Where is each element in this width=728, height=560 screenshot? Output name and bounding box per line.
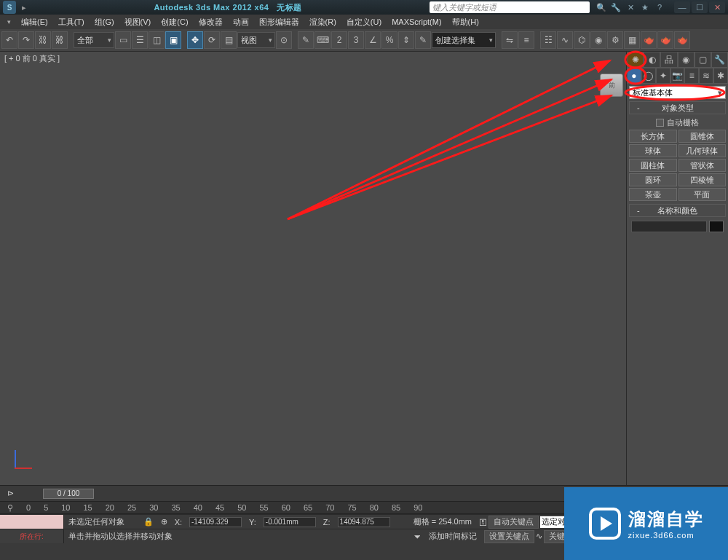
close-button[interactable]: ✕ <box>709 1 725 13</box>
btn-cone[interactable]: 圆锥体 <box>678 130 727 143</box>
btn-tube[interactable]: 管状体 <box>678 159 727 172</box>
app-menu-dropdown[interactable]: ▾ <box>3 17 15 27</box>
maximize-button[interactable]: ☐ <box>692 1 708 13</box>
trackbar-config-icon[interactable]: ⚲ <box>7 503 13 513</box>
menu-help[interactable]: 帮助(H) <box>448 15 483 29</box>
cat-cameras[interactable]: 📷 <box>670 68 685 84</box>
select-region-button[interactable]: ◫ <box>149 31 165 49</box>
tab-utilities[interactable]: 🔧 <box>711 52 728 68</box>
coord-x[interactable]: -14109.329 <box>189 517 242 527</box>
lock-icon[interactable]: 🔒 <box>143 517 154 527</box>
menu-views[interactable]: 视图(V) <box>120 15 156 29</box>
btn-geosphere[interactable]: 几何球体 <box>678 144 727 157</box>
key-icon-status[interactable]: ⚿ <box>479 518 487 527</box>
schematic-view-button[interactable]: ⌬ <box>574 31 590 49</box>
time-tag-icon[interactable]: ⏷ <box>414 532 422 541</box>
search-icon[interactable]: 🔍 <box>596 1 607 13</box>
time-slider-handle[interactable]: 0 / 100 <box>43 489 94 499</box>
link-button[interactable]: ⛓ <box>35 31 51 49</box>
menu-tools[interactable]: 工具(T) <box>54 15 89 29</box>
key-icon[interactable]: 🔧 <box>610 1 622 13</box>
redo-button[interactable]: ↷ <box>18 31 34 49</box>
tab-motion[interactable]: ◉ <box>678 52 695 68</box>
object-name-input[interactable] <box>631 221 707 232</box>
menu-maxscript[interactable]: MAXScript(M) <box>387 16 446 28</box>
viewport[interactable]: [ + 0 前 0 真实 ] 前 <box>0 52 626 485</box>
snap-toggle-3d[interactable]: 3 <box>348 31 364 49</box>
mirror-button[interactable]: ⇋ <box>502 31 518 49</box>
coord-y[interactable]: -0.001mm <box>264 517 316 527</box>
percent-snap-button[interactable]: % <box>381 31 397 49</box>
rollout-object-type[interactable]: 对象类型 <box>629 101 726 114</box>
rendered-frame-button[interactable]: ▦ <box>624 31 640 49</box>
ref-coord-system[interactable]: 视图 <box>237 32 275 48</box>
use-pivot-center-button[interactable]: ⊙ <box>276 31 292 49</box>
view-cube[interactable]: 前 <box>600 74 623 97</box>
cat-spacewarps[interactable]: ≋ <box>699 68 713 84</box>
primitive-category-dropdown[interactable]: 标准基本体 <box>629 86 726 99</box>
btn-torus[interactable]: 圆环 <box>629 173 677 186</box>
btn-teapot[interactable]: 茶壶 <box>629 188 677 201</box>
coord-z[interactable]: 14094.875 <box>338 517 390 527</box>
help-icon[interactable]: ? <box>654 1 665 13</box>
curve-editor-button[interactable]: ∿ <box>557 31 573 49</box>
cat-systems[interactable]: ✱ <box>713 68 728 84</box>
object-color-swatch[interactable] <box>709 221 724 232</box>
unlink-button[interactable]: ⛓̸ <box>52 31 68 49</box>
rollout-name-color[interactable]: 名称和颜色 <box>629 204 726 217</box>
edit-named-sel-button[interactable]: ✎ <box>415 31 431 49</box>
selection-filter[interactable]: 全部 <box>74 32 114 48</box>
menu-grapheditors[interactable]: 图形编辑器 <box>255 15 304 29</box>
setkey-button[interactable]: 设置关键点 <box>484 530 534 543</box>
cat-helpers[interactable]: ≡ <box>684 68 699 84</box>
btn-pyramid[interactable]: 四棱锥 <box>678 173 727 186</box>
btn-sphere[interactable]: 球体 <box>629 144 677 157</box>
minimize-button[interactable]: — <box>674 1 690 13</box>
menu-edit[interactable]: 编辑(E) <box>17 15 52 29</box>
layer-manager-button[interactable]: ☷ <box>540 31 556 49</box>
tab-modify[interactable]: ◐ <box>644 52 660 68</box>
cat-lights[interactable]: ✦ <box>656 68 670 84</box>
render-production-button[interactable]: 🫖 <box>641 31 657 49</box>
exchange-icon[interactable]: ✕ <box>625 1 636 13</box>
tab-hierarchy[interactable]: 品 <box>660 52 677 68</box>
tab-create[interactable]: ✺ <box>627 52 644 68</box>
select-move-button[interactable]: ✥ <box>187 31 203 49</box>
menu-modifiers[interactable]: 修改器 <box>194 15 227 29</box>
window-crossing-button[interactable]: ▣ <box>165 31 181 49</box>
select-scale-button[interactable]: ▤ <box>221 31 237 49</box>
favorite-icon[interactable]: ★ <box>639 1 651 13</box>
snap-toggle-2d[interactable]: 2 <box>331 31 347 49</box>
render-button[interactable]: 🫖 <box>674 31 690 49</box>
menu-animation[interactable]: 动画 <box>229 15 253 29</box>
viewport-label[interactable]: [ + 0 前 0 真实 ] <box>4 53 60 64</box>
menu-customize[interactable]: 自定义(U) <box>342 15 386 29</box>
angle-snap-button[interactable]: ∠ <box>365 31 381 49</box>
material-editor-button[interactable]: ◉ <box>590 31 606 49</box>
cat-shapes[interactable]: ◯ <box>641 68 656 84</box>
key-mode-icon[interactable]: ∿ <box>536 532 542 541</box>
add-time-tag[interactable]: 添加时间标记 <box>429 531 477 542</box>
select-by-name-button[interactable]: ☰ <box>132 31 148 49</box>
btn-box[interactable]: 长方体 <box>629 130 677 143</box>
timeline-toggle-icon[interactable]: ⊳ <box>7 489 14 498</box>
btn-plane[interactable]: 平面 <box>678 188 727 201</box>
spinner-snap-button[interactable]: ⇕ <box>398 31 414 49</box>
btn-cylinder[interactable]: 圆柱体 <box>629 159 677 172</box>
render-iterative-button[interactable]: 🫖 <box>657 31 673 49</box>
select-rotate-button[interactable]: ⟳ <box>204 31 220 49</box>
app-icon[interactable]: S <box>3 1 16 14</box>
menu-create[interactable]: 创建(C) <box>157 15 192 29</box>
select-manipulate-button[interactable]: ✎ <box>298 31 314 49</box>
select-object-button[interactable]: ▭ <box>115 31 131 49</box>
undo-button[interactable]: ↶ <box>1 31 17 49</box>
tab-display[interactable]: ▢ <box>695 52 711 68</box>
coord-icon[interactable]: ⊕ <box>161 517 167 527</box>
render-setup-button[interactable]: ⚙ <box>607 31 623 49</box>
align-button[interactable]: ≡ <box>518 31 534 49</box>
menu-rendering[interactable]: 渲染(R) <box>305 15 341 29</box>
named-selection-sets[interactable]: 创建选择集 <box>432 32 496 48</box>
menu-group[interactable]: 组(G) <box>90 15 119 29</box>
autogrid-checkbox[interactable]: 自动栅格 <box>629 116 726 130</box>
autokey-button[interactable]: 自动关键点 <box>488 516 539 529</box>
